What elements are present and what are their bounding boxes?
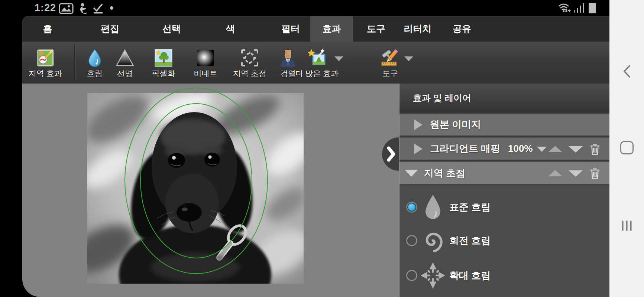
toolbar-pixelate[interactable]: 픽셀화 xyxy=(141,42,186,84)
layer-row-original-image[interactable]: 원본 이미지 xyxy=(399,114,609,137)
nav-home-button[interactable] xyxy=(609,131,644,164)
radio-selected-icon[interactable] xyxy=(406,202,417,213)
panel-header: 효과 및 레이어 xyxy=(399,84,609,114)
blur-droplet-icon xyxy=(86,49,103,67)
chevron-down-icon xyxy=(334,56,343,61)
signal-icon xyxy=(574,3,585,13)
nav-back-button[interactable] xyxy=(609,55,644,88)
pixelate-icon xyxy=(154,49,173,67)
expand-right-icon[interactable] xyxy=(414,144,423,154)
more-effects-icon xyxy=(307,48,327,68)
android-nav-bar xyxy=(609,0,644,297)
chevron-down-icon xyxy=(404,56,413,61)
recents-icon xyxy=(621,220,632,231)
toolbar-tools[interactable]: 도구 xyxy=(368,42,412,84)
move-layer-down-icon[interactable] xyxy=(569,146,583,153)
tab-share[interactable]: 공유 xyxy=(432,16,492,42)
person-notification-icon xyxy=(78,3,88,14)
check-notification-icon xyxy=(92,3,104,14)
droplet-icon xyxy=(423,194,443,221)
tab-edit[interactable]: 편집 xyxy=(80,16,140,42)
nav-recents-button[interactable] xyxy=(609,209,644,242)
toolbar-vignette[interactable]: 비네트 xyxy=(183,42,228,84)
battery-icon xyxy=(589,3,596,13)
toolbar-radial-focus[interactable]: 지역 초점 xyxy=(227,42,272,84)
clock: 1:22 xyxy=(35,2,56,14)
toolbar-sharpen[interactable]: 선명 xyxy=(103,42,147,84)
tab-home[interactable]: 홈 xyxy=(18,16,77,42)
image-notification-icon xyxy=(59,3,74,14)
focus-option-zoom-blur[interactable]: 확대 흐림 xyxy=(399,261,609,290)
layer-row-gradient-mapping[interactable]: 그라디언트 매핑 100% xyxy=(399,138,609,161)
wifi-icon xyxy=(558,3,572,14)
focus-option-standard-blur[interactable]: 표준 흐림 xyxy=(399,192,609,222)
spiral-icon xyxy=(421,227,445,254)
chevron-right-icon xyxy=(386,146,396,162)
home-square-icon xyxy=(620,141,634,154)
expand-right-icon[interactable] xyxy=(414,120,423,130)
region-effects-icon xyxy=(36,49,55,67)
vignette-icon xyxy=(197,49,214,67)
sharpen-triangle-icon xyxy=(116,49,134,67)
radial-focus-icon xyxy=(240,48,259,68)
layer-row-radial-focus[interactable]: 지역 초점 xyxy=(399,162,609,185)
tab-select[interactable]: 선택 xyxy=(142,16,201,42)
panel-title: 효과 및 레이어 xyxy=(413,92,471,104)
zoom-arrows-icon xyxy=(421,262,445,289)
toolbar-region-effects[interactable]: 지역 효과 xyxy=(23,42,68,84)
notification-dot xyxy=(110,6,113,10)
toolbar-more-effects[interactable]: 더 많은 효과 xyxy=(293,42,341,84)
move-layer-up-icon[interactable] xyxy=(548,146,562,152)
effects-layers-panel: 효과 및 레이어 원본 이미지 그라디언트 매핑 100% 지역 초점 xyxy=(399,84,609,297)
focus-option-rotation-blur[interactable]: 회전 흐림 xyxy=(399,226,609,255)
delete-layer-icon[interactable] xyxy=(590,167,600,179)
tab-bar: 홈 편집 선택 색 필터 효과 도구 리터치 공유 xyxy=(22,16,609,42)
move-layer-up-icon[interactable] xyxy=(548,170,562,176)
effects-toolbar: 지역 효과 흐림 선명 픽셀화 xyxy=(22,42,609,84)
radio-unselected-icon[interactable] xyxy=(406,270,417,281)
back-chevron-icon xyxy=(622,65,631,78)
opacity-dropdown-icon[interactable] xyxy=(537,147,547,152)
tools-icon xyxy=(380,48,400,68)
layer-opacity-value[interactable]: 100% xyxy=(508,143,533,154)
collapse-down-icon[interactable] xyxy=(405,170,418,177)
move-layer-down-icon[interactable] xyxy=(569,170,583,177)
tab-color[interactable]: 색 xyxy=(201,16,260,42)
status-bar: 1:22 xyxy=(0,0,609,16)
radio-unselected-icon[interactable] xyxy=(406,235,417,246)
delete-layer-icon[interactable] xyxy=(590,143,600,155)
photo-preview xyxy=(87,93,304,284)
